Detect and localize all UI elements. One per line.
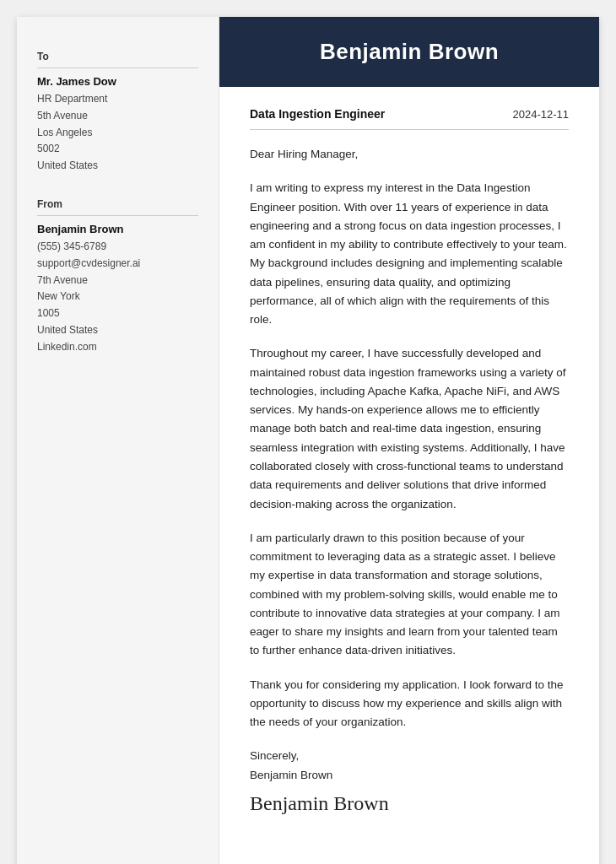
- sender-zip: 1005: [37, 305, 198, 322]
- to-section: To Mr. James Dow HR Department 5th Avenu…: [37, 51, 198, 175]
- paragraph-1: I am writing to express my interest in t…: [250, 179, 569, 329]
- main-content: Benjamin Brown Data Ingestion Engineer 2…: [219, 17, 599, 864]
- paragraph-2: Throughout my career, I have successfull…: [250, 344, 569, 513]
- paragraph-3: I am particularly drawn to this position…: [250, 529, 569, 661]
- cover-letter-page: To Mr. James Dow HR Department 5th Avenu…: [17, 17, 599, 864]
- letter-date: 2024-12-11: [513, 108, 570, 121]
- sidebar: To Mr. James Dow HR Department 5th Avenu…: [17, 17, 219, 864]
- to-label: To: [37, 51, 198, 68]
- sender-city: New York: [37, 289, 198, 305]
- recipient-name: Mr. James Dow: [37, 75, 198, 88]
- applicant-name: Benjamin Brown: [250, 39, 569, 65]
- sender-street: 7th Avenue: [37, 273, 198, 289]
- paragraph-4: Thank you for considering my application…: [250, 676, 569, 732]
- sender-name: Benjamin Brown: [37, 223, 198, 235]
- closing-word: Sincerely,: [250, 747, 569, 766]
- recipient-city: Los Angeles: [37, 125, 198, 142]
- recipient-department: HR Department: [37, 91, 198, 108]
- sender-country: United States: [37, 322, 198, 339]
- recipient-zip: 5002: [37, 141, 198, 158]
- content-area: Data Ingestion Engineer 2024-12-11 Dear …: [219, 87, 599, 849]
- greeting: Dear Hiring Manager,: [250, 145, 569, 164]
- closing-name: Benjamin Brown: [250, 766, 569, 786]
- recipient-country: United States: [37, 158, 198, 175]
- from-section: From Benjamin Brown (555) 345-6789 suppo…: [37, 198, 198, 356]
- signature: Benjamin Brown: [250, 792, 569, 815]
- meta-row: Data Ingestion Engineer 2024-12-11: [250, 107, 569, 130]
- sender-email: support@cvdesigner.ai: [37, 256, 198, 273]
- sender-phone: (555) 345-6789: [37, 239, 198, 256]
- sender-linkedin: Linkedin.com: [37, 339, 198, 356]
- from-label: From: [37, 198, 198, 216]
- job-title: Data Ingestion Engineer: [250, 107, 385, 121]
- header-banner: Benjamin Brown: [219, 17, 599, 87]
- closing-section: Sincerely, Benjamin Brown Benjamin Brown: [250, 747, 569, 815]
- recipient-street: 5th Avenue: [37, 108, 198, 125]
